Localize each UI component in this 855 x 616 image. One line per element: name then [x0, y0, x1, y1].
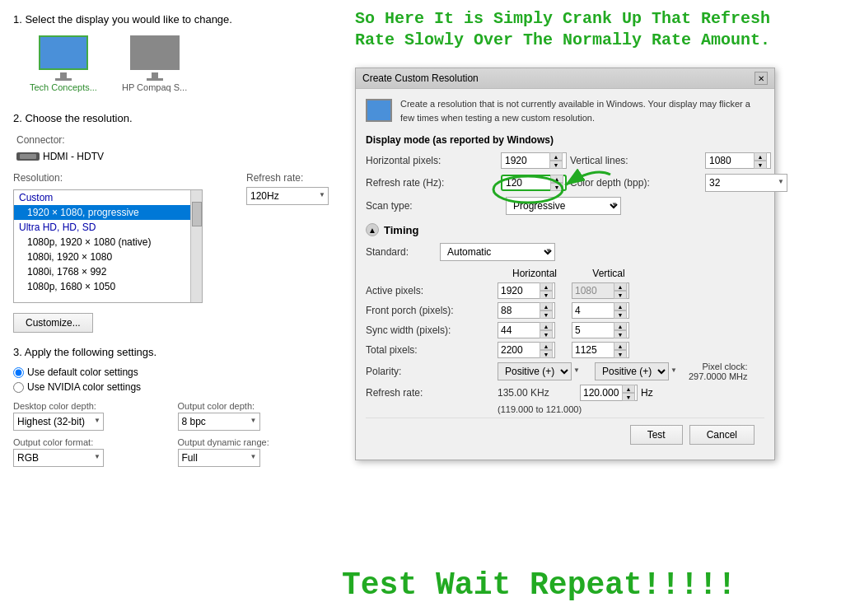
hz-spin-input[interactable]: ▲ ▼	[580, 385, 638, 401]
output-dynamic-range-col: Output dynamic range: Full	[178, 437, 329, 467]
radio-nvidia[interactable]	[13, 382, 24, 393]
polarity-v-dropdown[interactable]: Positive (+)	[595, 362, 680, 380]
hz-up[interactable]: ▲	[622, 385, 635, 393]
sw-h-up[interactable]: ▲	[540, 322, 553, 330]
hz-spin-field[interactable]	[581, 385, 622, 400]
listbox-item-2[interactable]: 1080i, 1920 × 1080	[14, 250, 202, 264]
timing-collapse-btn[interactable]: ▲	[366, 223, 379, 236]
listbox-item-3[interactable]: 1080i, 1768 × 992	[14, 264, 202, 279]
desktop-color-dropdown-wrapper[interactable]: Highest (32-bit)	[13, 413, 104, 431]
total-pixels-v-input[interactable]: ▲ ▼	[572, 342, 629, 358]
timing-standard-dropdown[interactable]: Automatic	[440, 243, 555, 261]
timing-header: ▲ Timing	[366, 223, 764, 236]
dialog: Create Custom Resolution ✕ Create a reso…	[355, 68, 775, 460]
active-pixels-v-field[interactable]	[572, 283, 614, 298]
active-pixels-h-input[interactable]: ▲ ▼	[498, 282, 555, 299]
output-color-format-label: Output color format:	[13, 437, 165, 447]
sw-v-up[interactable]: ▲	[614, 322, 627, 330]
output-dynamic-range-select[interactable]: Full	[178, 449, 260, 467]
scan-type-select[interactable]: Progressive	[506, 197, 621, 215]
active-pixels-h-field[interactable]	[498, 283, 540, 298]
sw-v-spinbtns: ▲ ▼	[614, 322, 627, 338]
polarity-h-select[interactable]: Positive (+)	[498, 362, 572, 380]
fp-h-down[interactable]: ▼	[540, 310, 553, 319]
ap-v-up[interactable]: ▲	[614, 282, 627, 291]
listbox-scrollbar[interactable]	[190, 190, 202, 302]
sync-width-h-field[interactable]	[498, 323, 540, 338]
ap-h-down[interactable]: ▼	[540, 291, 553, 299]
sync-width-v-field[interactable]	[572, 323, 614, 338]
polarity-v-select[interactable]: Positive (+)	[595, 362, 669, 380]
dialog-info-row: Create a resolution that is not currentl…	[366, 97, 764, 124]
sync-width-h-input[interactable]: ▲ ▼	[498, 322, 555, 338]
color-depth-select[interactable]: 32	[705, 174, 787, 192]
vertical-lines-field[interactable]	[706, 153, 754, 168]
tp-v-up[interactable]: ▲	[614, 342, 627, 350]
sync-width-v-input[interactable]: ▲ ▼	[572, 322, 629, 338]
front-porch-h-input[interactable]: ▲ ▼	[498, 302, 555, 319]
output-dynamic-dropdown-wrapper[interactable]: Full	[178, 449, 260, 467]
scan-type-row: Scan type: Progressive	[366, 197, 764, 215]
customize-button[interactable]: Customize...	[13, 313, 93, 333]
radio-default[interactable]	[13, 367, 24, 378]
polarity-h-dropdown[interactable]: Positive (+)	[498, 362, 583, 380]
monitor-1[interactable]: Tech Concepts...	[30, 35, 97, 92]
output-color-depth-select[interactable]: 8 bpc	[178, 413, 260, 431]
sw-v-down[interactable]: ▼	[614, 330, 627, 338]
output-color-dropdown-wrapper[interactable]: 8 bpc	[178, 413, 260, 431]
tp-v-down[interactable]: ▼	[614, 350, 627, 358]
scan-type-dropdown-wrapper[interactable]: Progressive	[506, 197, 621, 215]
refresh-rate-hz-label: Refresh rate (Hz):	[366, 177, 498, 189]
refresh-rate-select[interactable]: 120Hz	[246, 187, 329, 205]
fp-h-up[interactable]: ▲	[540, 302, 553, 310]
front-porch-v-field[interactable]	[572, 303, 614, 318]
ap-h-up[interactable]: ▲	[540, 282, 553, 291]
cancel-button[interactable]: Cancel	[689, 425, 755, 445]
horizontal-pixels-input[interactable]: ▲ ▼	[501, 152, 567, 169]
dialog-close-button[interactable]: ✕	[755, 72, 768, 85]
vertical-lines-up[interactable]: ▲	[754, 152, 767, 161]
total-pixels-v-field[interactable]	[572, 343, 614, 357]
active-pixels-v-input[interactable]: ▲ ▼	[572, 282, 629, 299]
refresh-container: Refresh rate: 120Hz	[246, 172, 329, 205]
ap-v-down[interactable]: ▼	[614, 291, 627, 299]
listbox-item-selected[interactable]: 1920 × 1080, progressive	[14, 205, 202, 220]
tp-h-down[interactable]: ▼	[540, 350, 553, 358]
refresh-rate-hz-field[interactable]	[502, 176, 550, 189]
timing-standard-select[interactable]: Automatic	[440, 243, 555, 261]
output-color-format-select[interactable]: RGB	[13, 449, 104, 467]
fp-v-up[interactable]: ▲	[614, 302, 627, 310]
front-porch-h-field[interactable]	[498, 303, 540, 318]
dialog-titlebar: Create Custom Resolution ✕	[356, 68, 774, 89]
timing-vertical-header: Vertical	[572, 268, 646, 279]
fp-v-down[interactable]: ▼	[614, 310, 627, 319]
desktop-color-depth-select[interactable]: Highest (32-bit)	[13, 413, 104, 431]
radio-default-row: Use default color settings	[13, 366, 329, 378]
horizontal-pixels-up[interactable]: ▲	[549, 152, 563, 161]
dialog-body: Create a resolution that is not currentl…	[356, 89, 774, 460]
horizontal-pixels-down[interactable]: ▼	[549, 161, 563, 169]
resolution-listbox[interactable]: Custom 1920 × 1080, progressive Ultra HD…	[13, 189, 203, 303]
test-button[interactable]: Test	[630, 425, 683, 445]
hz-spinbtns: ▲ ▼	[622, 385, 635, 401]
output-format-dropdown-wrapper[interactable]: RGB	[13, 449, 104, 467]
monitor-2[interactable]: HP Compaq S...	[122, 35, 187, 92]
total-pixels-h-field[interactable]	[498, 343, 540, 357]
tp-h-up[interactable]: ▲	[540, 342, 553, 350]
front-porch-row: Front porch (pixels): ▲ ▼ ▲ ▼	[366, 302, 764, 319]
refresh-rate-hz-down[interactable]: ▼	[550, 183, 563, 191]
listbox-item-1[interactable]: 1080p, 1920 × 1080 (native)	[14, 235, 202, 250]
refresh-rate-hz-up[interactable]: ▲	[550, 175, 563, 183]
hz-down[interactable]: ▼	[622, 393, 635, 401]
vertical-lines-input[interactable]: ▲ ▼	[705, 152, 771, 169]
horizontal-pixels-field[interactable]	[502, 153, 549, 168]
color-depth-dropdown-wrapper[interactable]: 32	[705, 174, 787, 192]
listbox-item-4[interactable]: 1080p, 1680 × 1050	[14, 279, 202, 294]
refresh-rate-hz-input[interactable]: ▲ ▼	[501, 175, 567, 191]
vertical-lines-down[interactable]: ▼	[754, 161, 767, 169]
bottom-text: Test Wait Repeat!!!!!	[342, 567, 853, 603]
refresh-dropdown-wrapper[interactable]: 120Hz	[246, 187, 329, 205]
sw-h-down[interactable]: ▼	[540, 330, 553, 338]
total-pixels-h-input[interactable]: ▲ ▼	[498, 342, 555, 358]
front-porch-v-input[interactable]: ▲ ▼	[572, 302, 629, 319]
